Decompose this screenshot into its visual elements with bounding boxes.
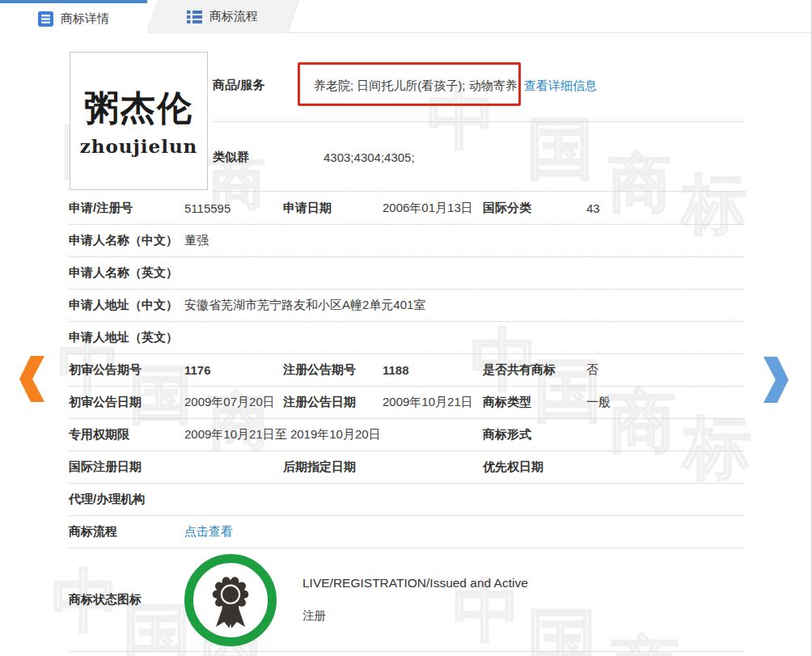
- field-value: 1176: [184, 363, 283, 377]
- field-label: 是否共有商标: [483, 362, 586, 378]
- field-value: 董强: [184, 233, 744, 248]
- field-value: 1188: [383, 363, 483, 377]
- trademark-name-cn: 粥杰伦: [70, 85, 207, 132]
- field-label: 初审公告期号: [69, 362, 184, 378]
- field-label: 优先权日期: [483, 459, 586, 475]
- detail-rows: 申请/注册号 5115595 申请日期 2006年01月13日 国际分类 43 …: [69, 193, 744, 652]
- field-label: 商标类型: [483, 395, 586, 410]
- list-icon: [187, 11, 202, 23]
- highlight-red-box: [298, 62, 521, 106]
- table-row: 申请人地址（英文）: [69, 322, 744, 354]
- table-row: 国际注册日期 后期指定日期 优先权日期: [69, 451, 744, 484]
- field-value: 5115595: [184, 201, 283, 215]
- status-line-chinese: 注册: [302, 608, 528, 624]
- divider: [213, 191, 744, 192]
- trademark-name-latin: zhoujielun: [70, 135, 207, 157]
- field-value: 2009年10月21日至 2019年10月20日: [184, 427, 483, 442]
- tab-label: 商标流程: [209, 9, 258, 24]
- view-details-link[interactable]: 查看详细信息: [524, 78, 597, 94]
- table-row: 申请/注册号 5115595 申请日期 2006年01月13日 国际分类 43: [69, 193, 744, 225]
- field-label: 后期指定日期: [283, 459, 383, 475]
- field-label: 商标形式: [483, 427, 586, 442]
- trademark-detail-page: 国商中国商标中国商中国商标中国商中国商 商标详情 商标流程 粥杰伦 zhouji…: [0, 0, 812, 656]
- trademark-status-row: 商标状态图标: [69, 548, 744, 652]
- field-label: 申请人名称（中文）: [69, 233, 184, 248]
- status-label: 商标状态图标: [69, 592, 184, 607]
- previous-arrow-button[interactable]: [19, 356, 44, 402]
- trademark-image: 粥杰伦 zhoujielun: [70, 52, 208, 190]
- table-row: 初审公告日期 2009年07月20日 注册公告日期 2009年10月21日 商标…: [69, 387, 744, 419]
- field-label: 代理/办理机构: [69, 492, 184, 507]
- table-row: 商标流程 点击查看: [69, 516, 744, 548]
- similar-group-value: 4303;4304;4305;: [324, 150, 415, 164]
- field-label: 初审公告日期: [69, 395, 184, 410]
- field-label: 注册公告期号: [283, 362, 383, 378]
- field-label: 申请日期: [283, 201, 383, 216]
- field-label: 申请人地址（英文）: [69, 330, 184, 345]
- field-label: 商标流程: [69, 524, 184, 540]
- table-row: 申请人名称（中文） 董强: [69, 225, 744, 257]
- tab-label: 商标详情: [61, 11, 109, 27]
- field-value: 2009年07月20日: [184, 395, 283, 410]
- field-label: 专用权期限: [69, 427, 184, 442]
- field-value: 一般: [586, 395, 744, 410]
- table-row: 申请人名称（英文）: [69, 257, 744, 290]
- tab-trademark-detail[interactable]: 商标详情: [0, 0, 147, 34]
- status-text: LIVE/REGISTRATION/Issued and Active 注册: [302, 576, 528, 624]
- table-row: 初审公告期号 1176 注册公告期号 1188 是否共有商标 否: [69, 354, 744, 387]
- field-value: 否: [586, 362, 744, 378]
- field-label: 注册公告日期: [283, 395, 383, 410]
- field-value: 安徽省芜湖市芜宁路友和小区A幢2单元401室: [184, 298, 744, 313]
- field-value: 43: [586, 201, 744, 215]
- table-row: 申请人地址（中文） 安徽省芜湖市芜宁路友和小区A幢2单元401室: [69, 290, 744, 322]
- field-label: 申请人名称（英文）: [69, 265, 184, 281]
- table-row: 代理/办理机构: [69, 484, 744, 516]
- next-arrow-button[interactable]: [763, 357, 789, 403]
- status-badge: [184, 554, 277, 646]
- document-lines-icon: [38, 11, 53, 27]
- similar-group-label: 类似群: [213, 150, 249, 165]
- field-value: 2009年10月21日: [383, 395, 483, 410]
- field-label: 申请/注册号: [69, 201, 184, 216]
- goods-services-label: 商品/服务: [213, 78, 264, 93]
- status-line-english: LIVE/REGISTRATION/Issued and Active: [302, 576, 528, 590]
- watermark-glyph: 国: [527, 116, 594, 182]
- field-label: 申请人地址（中文）: [69, 298, 184, 313]
- award-ribbon-icon: [201, 571, 260, 629]
- field-label: 国际分类: [483, 201, 586, 216]
- divider: [213, 121, 744, 122]
- table-row: 专用权期限 2009年10月21日至 2019年10月20日 商标形式: [69, 419, 744, 451]
- tab-trademark-flow[interactable]: 商标流程: [151, 0, 294, 33]
- click-to-view-link[interactable]: 点击查看: [184, 524, 283, 540]
- field-value: 2006年01月13日: [383, 201, 483, 216]
- field-label: 国际注册日期: [69, 459, 184, 475]
